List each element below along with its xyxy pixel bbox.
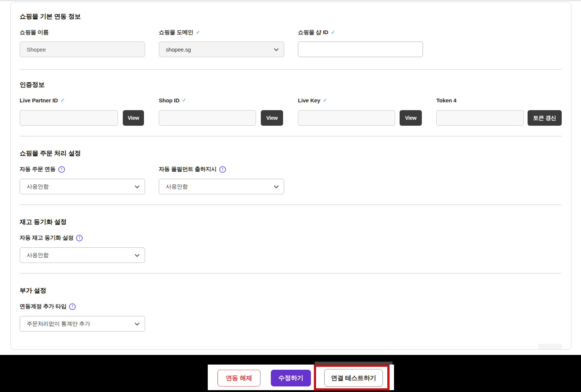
section-divider bbox=[20, 204, 562, 205]
account-type-select[interactable]: 주문처리없이 통계만 추가 bbox=[20, 316, 145, 332]
auto-inventory-sync-select[interactable]: 사용안함 bbox=[20, 247, 145, 263]
info-icon[interactable]: ! bbox=[58, 166, 65, 173]
shop-id-label: 쇼핑몰 샵 ID ✓ bbox=[298, 29, 335, 36]
required-check-icon: ✓ bbox=[196, 29, 200, 35]
view-live-key-button[interactable]: View bbox=[400, 110, 422, 126]
auto-fulfillment-label: 자동 풀필먼트 출하지시 ! bbox=[159, 166, 226, 173]
section-divider bbox=[20, 273, 562, 274]
auto-fulfillment-select[interactable]: 사용안함 bbox=[159, 179, 284, 194]
info-icon[interactable]: ! bbox=[76, 235, 83, 241]
section-title-inventory: 재고 동기화 설정 bbox=[20, 218, 67, 226]
chevron-down-icon bbox=[135, 321, 139, 326]
live-partner-id-label: Live Partner ID ✓ bbox=[20, 97, 65, 103]
auto-inventory-sync-label: 자동 재고 동기화 설정 ! bbox=[20, 234, 83, 241]
required-check-icon: ✓ bbox=[60, 97, 65, 103]
token-refresh-button[interactable]: 토큰 갱신 bbox=[528, 110, 562, 126]
view-live-partner-id-button[interactable]: View bbox=[123, 110, 144, 126]
section-divider bbox=[20, 136, 562, 136]
account-type-label: 연동계정 추가 타입 ! bbox=[20, 303, 76, 310]
section-divider bbox=[20, 69, 562, 70]
section-title-extra: 부가 설정 bbox=[20, 286, 46, 295]
auth-shop-id-label: Shop ID ✓ bbox=[159, 97, 186, 103]
live-key-input[interactable] bbox=[298, 110, 395, 126]
save-button[interactable]: 수정하기 bbox=[271, 370, 311, 386]
required-check-icon: ✓ bbox=[331, 29, 335, 35]
chevron-down-icon bbox=[274, 46, 279, 51]
chevron-down-icon bbox=[274, 184, 279, 188]
token-input[interactable] bbox=[436, 110, 524, 126]
auto-order-label: 자동 주문 연동 ! bbox=[20, 166, 65, 173]
shop-integration-settings-panel: 쇼핑몰 기본 연동 정보 쇼핑몰 이름 쇼핑몰 도메인 ✓ 쇼핑몰 샵 ID ✓… bbox=[10, 2, 571, 350]
token-label: Token 4 bbox=[436, 97, 456, 103]
required-check-icon: ✓ bbox=[182, 97, 186, 103]
required-check-icon: ✓ bbox=[323, 97, 327, 103]
info-icon[interactable]: ! bbox=[69, 303, 76, 310]
auth-shop-id-input[interactable] bbox=[159, 110, 256, 126]
chevron-down-icon bbox=[135, 184, 139, 188]
shop-name-input bbox=[20, 42, 145, 57]
live-partner-id-input[interactable] bbox=[20, 110, 118, 126]
info-icon[interactable]: ! bbox=[219, 166, 226, 173]
shop-name-label: 쇼핑몰 이름 bbox=[20, 29, 49, 36]
view-shop-id-button[interactable]: View bbox=[261, 110, 283, 126]
action-bar: 연동 해제 수정하기 연결 테스트하기 bbox=[0, 355, 581, 392]
shop-domain-label: 쇼핑몰 도메인 ✓ bbox=[159, 29, 200, 36]
auto-order-select[interactable]: 사용안함 bbox=[20, 179, 145, 194]
section-title-auth: 인증정보 bbox=[20, 80, 45, 89]
watermark bbox=[538, 344, 562, 349]
section-title-basic-info: 쇼핑몰 기본 연동 정보 bbox=[20, 12, 81, 21]
shop-id-input[interactable] bbox=[298, 42, 423, 57]
screen-top-edge bbox=[0, 0, 581, 1]
chevron-down-icon bbox=[135, 252, 139, 257]
connection-test-button[interactable]: 연결 테스트하기 bbox=[324, 369, 383, 387]
section-title-order: 쇼핑몰 주문 처리 설정 bbox=[20, 149, 81, 158]
disconnect-button[interactable]: 연동 해제 bbox=[217, 370, 260, 386]
live-key-label: Live Key ✓ bbox=[298, 97, 327, 103]
shop-domain-select[interactable]: shopee.sg bbox=[159, 42, 284, 57]
